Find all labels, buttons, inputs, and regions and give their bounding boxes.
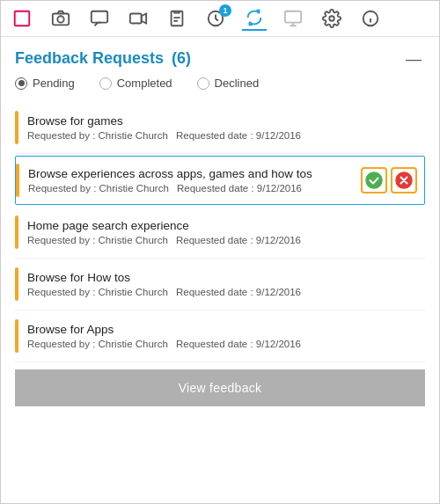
clock-badge: 1 <box>219 4 231 17</box>
camera-icon[interactable] <box>48 6 73 31</box>
rotate-icon[interactable] <box>242 6 267 31</box>
feedback-item-highlighted[interactable]: Browse experiences across apps, games an… <box>15 156 425 205</box>
item-meta: Requested by : Christie Church Requested… <box>28 183 354 194</box>
item-content: Browse experiences across apps, games an… <box>28 167 354 194</box>
item-content: Browse for Apps Requested by : Christie … <box>27 323 418 349</box>
filter-row: Pending Completed Declined <box>15 77 425 90</box>
monitor-icon[interactable] <box>281 6 305 31</box>
filter-pending-label: Pending <box>33 77 75 90</box>
item-meta: Requested by : Christie Church Requested… <box>27 130 418 141</box>
radio-pending-dot <box>18 80 25 86</box>
feedback-item[interactable]: Browse for games Requested by : Christie… <box>15 102 425 154</box>
accept-button[interactable] <box>361 167 387 194</box>
clock-icon[interactable]: 1 <box>203 6 228 31</box>
clipboard-icon[interactable] <box>165 6 189 31</box>
svg-rect-7 <box>285 11 301 23</box>
svg-point-8 <box>329 16 334 21</box>
svg-point-2 <box>57 16 63 22</box>
item-meta: Requested by : Christie Church Requested… <box>27 339 418 349</box>
svg-point-11 <box>366 172 382 188</box>
filter-completed-label: Completed <box>117 77 172 90</box>
feedback-item[interactable]: Browse for Apps Requested by : Christie … <box>15 310 425 362</box>
radio-pending <box>15 77 27 90</box>
item-content: Browse for How tos Requested by : Christ… <box>27 271 418 297</box>
svg-rect-3 <box>92 11 107 23</box>
filter-declined-label: Declined <box>215 77 260 90</box>
decline-button[interactable] <box>391 167 417 194</box>
view-feedback-button[interactable]: View feedback <box>15 369 425 406</box>
radio-declined <box>197 77 209 90</box>
panel-title: Feedback Requests (6) <box>15 49 191 68</box>
item-title: Browse for games <box>27 114 418 128</box>
video-icon[interactable] <box>126 6 150 31</box>
chat-icon[interactable] <box>87 6 112 31</box>
item-bar <box>15 215 18 249</box>
toolbar: 1 <box>1 1 439 37</box>
svg-rect-4 <box>130 14 142 24</box>
item-meta: Requested by : Christie Church Requested… <box>27 235 418 245</box>
radio-completed <box>99 77 112 90</box>
info-icon[interactable] <box>358 6 383 31</box>
item-actions <box>361 167 417 194</box>
item-bar <box>15 267 18 301</box>
item-title: Browse experiences across apps, games an… <box>28 167 354 180</box>
item-content: Browse for games Requested by : Christie… <box>27 114 418 141</box>
filter-completed[interactable]: Completed <box>99 77 172 90</box>
minimize-button[interactable]: — <box>402 51 425 67</box>
settings-icon[interactable] <box>319 6 344 31</box>
feedback-item[interactable]: Browse for How tos Requested by : Christ… <box>15 259 425 310</box>
item-content: Home page search experience Requested by… <box>27 219 418 245</box>
item-title: Browse for Apps <box>27 323 418 336</box>
svg-rect-0 <box>15 11 30 26</box>
item-title: Browse for How tos <box>27 271 418 284</box>
item-bar <box>15 111 18 144</box>
filter-declined[interactable]: Declined <box>197 77 260 90</box>
feedback-item[interactable]: Home page search experience Requested by… <box>15 207 425 259</box>
panel-header: Feedback Requests (6) — <box>15 49 425 68</box>
item-meta: Requested by : Christie Church Requested… <box>27 287 418 297</box>
filter-pending[interactable]: Pending <box>15 77 75 90</box>
main-panel: Feedback Requests (6) — Pending Complete… <box>1 37 439 406</box>
item-title: Home page search experience <box>27 219 418 232</box>
stop-icon[interactable] <box>10 6 34 31</box>
item-bar <box>16 164 19 197</box>
feedback-list: Browse for games Requested by : Christie… <box>15 102 425 362</box>
item-bar <box>15 319 18 353</box>
